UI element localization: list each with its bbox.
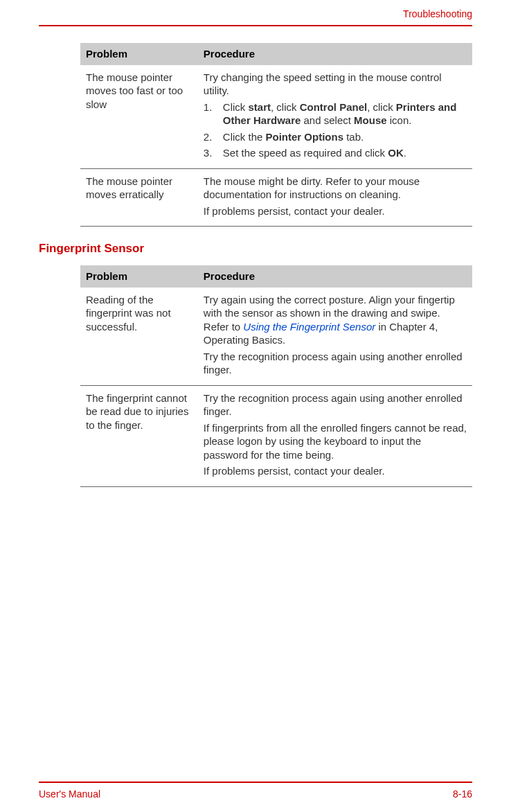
table-row: Reading of the fingerprint was not succe… (80, 288, 472, 386)
page-footer: User's Manual 8-16 (39, 782, 472, 812)
footer-page-number: 8-16 (453, 788, 472, 800)
troubleshooting-table-fingerprint: Problem Procedure Reading of the fingerp… (80, 265, 472, 487)
problem-text: Reading of the fingerprint was not succe… (80, 288, 198, 386)
troubleshooting-table-mouse: Problem Procedure The mouse pointer move… (80, 43, 472, 227)
procedure-paragraph: If problems persist, contact your dealer… (204, 464, 467, 478)
header-divider (39, 25, 472, 26)
problem-text: The fingerprint cannot be read due to in… (80, 385, 198, 486)
procedure-paragraph: The mouse might be dirty. Refer to your … (204, 175, 467, 202)
table-row: The mouse pointer moves too fast or too … (80, 65, 472, 169)
procedure-text: Try again using the correct posture. Ali… (198, 288, 472, 386)
table-row: The mouse pointer moves erratically The … (80, 168, 472, 227)
procedure-paragraph: If fingerprints from all the enrolled fi… (204, 421, 467, 462)
cross-reference-link[interactable]: Using the Fingerprint Sensor (243, 321, 375, 333)
procedure-paragraph: If problems persist, contact your dealer… (204, 204, 467, 218)
procedure-text: The mouse might be dirty. Refer to your … (198, 168, 472, 227)
chapter-title: Troubleshooting (403, 8, 472, 19)
column-header-procedure: Procedure (198, 43, 472, 65)
procedure-steps: Click start, click Control Panel, click … (204, 100, 467, 160)
procedure-paragraph: Try the recognition process again using … (204, 391, 467, 418)
step-3: Set the speed as required and click OK. (204, 146, 467, 160)
step-2: Click the Pointer Options tab. (204, 130, 467, 144)
problem-text: The mouse pointer moves erratically (80, 168, 198, 227)
procedure-text: Try changing the speed setting in the mo… (198, 65, 472, 169)
table-row: The fingerprint cannot be read due to in… (80, 385, 472, 486)
column-header-procedure: Procedure (198, 265, 472, 288)
column-header-problem: Problem (80, 265, 198, 288)
column-header-problem: Problem (80, 43, 198, 65)
procedure-intro: Try changing the speed setting in the mo… (204, 71, 467, 98)
footer-manual-title: User's Manual (39, 788, 100, 800)
procedure-text: Try the recognition process again using … (198, 385, 472, 486)
section-heading-fingerprint: Fingerprint Sensor (39, 242, 472, 256)
table-header-row: Problem Procedure (80, 265, 472, 288)
page-header: Troubleshooting (39, 0, 472, 24)
procedure-paragraph: Try the recognition process again using … (204, 350, 467, 377)
step-1: Click start, click Control Panel, click … (204, 100, 467, 127)
table-header-row: Problem Procedure (80, 43, 472, 65)
procedure-paragraph: Try again using the correct posture. Ali… (204, 293, 467, 347)
page-content: Problem Procedure The mouse pointer move… (39, 43, 472, 782)
problem-text: The mouse pointer moves too fast or too … (80, 65, 198, 169)
